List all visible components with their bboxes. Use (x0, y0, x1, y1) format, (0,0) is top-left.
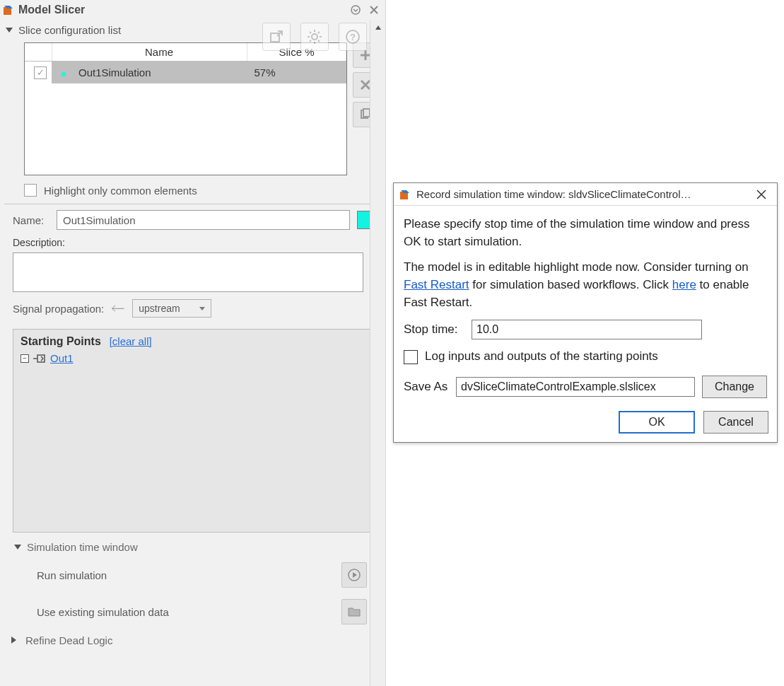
enable-here-link[interactable]: here (672, 278, 696, 291)
fast-restart-link[interactable]: Fast Restart (404, 278, 469, 291)
dialog-text-2: The model is in editable highlight mode … (404, 259, 767, 311)
gear-icon[interactable] (300, 23, 329, 51)
scroll-up-icon[interactable] (370, 20, 386, 35)
clear-all-link[interactable]: [clear all] (110, 335, 152, 347)
refine-label: Refine Dead Logic (25, 634, 112, 646)
minimize-icon[interactable] (349, 3, 363, 17)
log-io-label: Log inputs and outputs of the starting p… (425, 348, 658, 366)
arrow-left-icon: 🡐 (110, 301, 127, 317)
starting-point-link[interactable]: Out1 (50, 352, 74, 364)
ok-button[interactable]: OK (619, 411, 695, 434)
svg-line-10 (310, 40, 311, 42)
chevron-down-icon (6, 28, 13, 33)
sim-window-header[interactable]: Simulation time window (0, 537, 385, 557)
dialog-title: Record simulation time window: sldvSlice… (416, 188, 746, 200)
description-input[interactable] (13, 252, 363, 292)
outport-icon (33, 354, 46, 364)
chevron-right-icon (11, 636, 20, 644)
help-icon[interactable]: ? (339, 23, 367, 51)
svg-line-9 (318, 40, 320, 42)
refine-header[interactable]: Refine Dead Logic (0, 630, 385, 650)
save-as-label: Save As (404, 378, 449, 396)
folder-icon[interactable] (341, 599, 367, 624)
starting-points-title: Starting Points (21, 335, 101, 347)
close-icon[interactable] (367, 3, 381, 17)
description-label: Description: (13, 237, 65, 248)
panel-scrollbar[interactable] (370, 20, 385, 686)
change-button[interactable]: Change (702, 376, 767, 398)
svg-point-3 (312, 34, 317, 40)
play-icon[interactable] (341, 562, 367, 588)
signal-prop-label: Signal propagation: (13, 303, 104, 315)
tree-collapse-icon[interactable]: − (21, 354, 29, 363)
svg-line-8 (310, 32, 311, 33)
run-sim-label: Run simulation (37, 569, 341, 581)
color-indicator-icon (62, 72, 66, 76)
chevron-down-icon (14, 545, 21, 550)
row-checkbox[interactable]: ✓ (34, 66, 47, 79)
row-slice: 57% (247, 62, 346, 83)
svg-line-11 (318, 32, 320, 33)
panel-title: Model Slicer (18, 4, 344, 16)
sim-window-label: Simulation time window (27, 541, 138, 553)
stop-time-label: Stop time: (404, 321, 464, 339)
highlight-common-checkbox[interactable] (24, 184, 37, 197)
record-sim-dialog: Record simulation time window: sldvSlice… (393, 182, 778, 443)
save-as-input[interactable] (456, 377, 695, 397)
dialog-icon (399, 189, 411, 200)
close-icon[interactable] (751, 186, 771, 203)
cancel-button[interactable]: Cancel (703, 411, 768, 434)
col-name: Name (71, 43, 247, 62)
export-icon[interactable] (262, 23, 291, 51)
svg-text:?: ? (350, 32, 356, 42)
name-input[interactable] (57, 210, 350, 230)
config-table: Name Slice % ✓ Out1Simulation 57% (24, 42, 347, 175)
svg-rect-15 (363, 109, 370, 117)
signal-prop-select[interactable]: upstream (132, 299, 211, 318)
table-row[interactable]: ✓ Out1Simulation 57% (25, 62, 346, 83)
app-icon (3, 4, 14, 16)
name-label: Name: (13, 214, 49, 226)
config-section-label: Slice configuration list (18, 24, 121, 36)
model-slicer-panel: Model Slicer ? Slice configuration list (0, 0, 386, 686)
row-name: Out1Simulation (71, 62, 247, 83)
stop-time-input[interactable] (472, 320, 702, 339)
dialog-text-1: Please specify stop time of the simulati… (404, 216, 767, 250)
svg-rect-16 (37, 355, 45, 362)
use-existing-label: Use existing simulation data (37, 606, 341, 618)
svg-point-1 (351, 6, 360, 14)
log-io-checkbox[interactable] (404, 350, 418, 364)
signal-prop-value: upstream (139, 303, 180, 314)
highlight-common-label: Highlight only common elements (44, 185, 197, 197)
starting-points-box: Starting Points [clear all] − Out1 (13, 329, 378, 533)
